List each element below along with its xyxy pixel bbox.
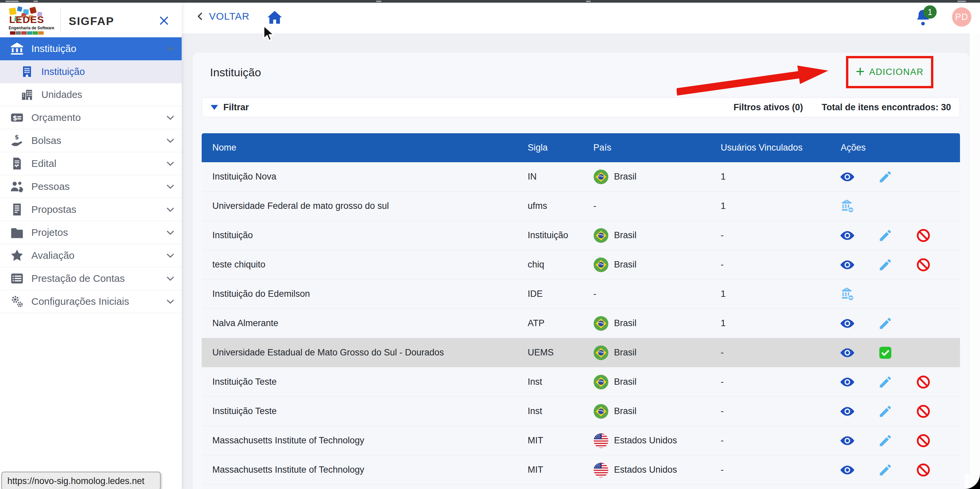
sidebar-item-or-amento[interactable]: $Orçamento [0,106,182,129]
sidebar-item-institui-o[interactable]: Instituição [0,60,182,83]
notifications-button[interactable]: 1 [915,8,931,27]
unlink-institution-action-button[interactable] [840,287,855,302]
cell-acoes [833,463,960,477]
sidebar-item-presta-o-de-contas[interactable]: Prestação de Contas [0,267,182,290]
table-row[interactable]: Instituição do EdemilsonIDE-1 [202,279,960,308]
unlink-institution-action-button[interactable] [840,199,855,214]
cell-pais: - [593,201,717,211]
cell-pais: Brasil [593,169,717,184]
sidebar-item-bolsas[interactable]: $Bolsas [0,129,182,152]
block-icon [916,228,931,243]
view-action-button[interactable] [840,316,855,331]
block-action-button[interactable] [916,375,931,389]
column-header[interactable]: País [593,143,717,153]
table-row[interactable]: Instituição TesteInstBrasil- [202,396,960,426]
sidebar-item-label: Orçamento [31,112,81,123]
sidebar-item-avalia-o[interactable]: Avaliação [0,244,182,267]
sidebar-item-label: Instituição [41,66,85,77]
avatar[interactable]: PD [952,7,971,27]
sidebar-item-label: Unidades [41,89,82,100]
edit-action-button[interactable] [878,404,892,419]
eye-icon [840,433,855,448]
sidebar-item-label: Pessoas [31,181,70,192]
view-action-button[interactable] [840,345,855,360]
sidebar-item-institui-o[interactable]: Instituição [0,37,182,60]
chevron-up-icon [165,43,176,54]
view-action-button[interactable] [840,404,855,419]
window-corner [965,474,980,489]
cell-usuarios-vinculados: - [717,465,833,475]
view-action-button[interactable] [840,463,855,477]
sidebar-item-projetos[interactable]: Projetos [0,221,182,244]
view-action-button[interactable] [840,257,855,272]
block-action-button[interactable] [916,257,931,272]
country-label: Brasil [614,230,637,240]
column-header[interactable]: Nome [202,143,528,153]
table-row[interactable]: teste chiquitochiqBrasil- [202,250,960,279]
view-action-button[interactable] [840,433,855,448]
cell-pais: Estados Unidos [593,462,717,478]
table-row-partial[interactable] [202,484,960,489]
filter-bar[interactable]: Filtrar Filtros ativos (0) Total de iten… [202,97,960,117]
home-button[interactable] [267,10,283,25]
block-action-button[interactable] [916,228,931,243]
topbar: VOLTAR 1 PD [182,3,980,33]
view-action-button[interactable] [840,170,855,184]
table-row[interactable]: Massachusetts Institute of TechnologyMIT… [202,426,960,455]
cell-sigla: MIT [528,435,593,446]
table-row[interactable]: Massachusetts Institute of TechnologyMIT… [202,455,960,484]
sidebar-item-configura-es-iniciais[interactable]: Configurações Iniciais [0,290,182,313]
edit-action-button[interactable] [878,375,892,389]
table-row[interactable]: Universidade Estadual de Mato Grosso do … [202,338,960,367]
edit-action-button[interactable] [878,316,892,331]
table-row[interactable]: Universidade Federal de mato grosso do s… [202,191,960,221]
column-header[interactable]: Sigla [528,143,593,153]
sidebar-item-pessoas[interactable]: Pessoas [0,175,182,198]
table-row[interactable]: Instituição NovaINBrasil1 [202,162,960,191]
cell-usuarios-vinculados: - [717,435,833,446]
mouse-cursor [262,25,277,43]
edit-action-button[interactable] [878,257,892,272]
chevron-down-icon [165,273,176,284]
edit-action-button[interactable] [878,463,892,477]
column-header[interactable]: Ações [833,143,960,153]
close-sidebar-button[interactable] [158,14,171,27]
cell-usuarios-vinculados: - [717,377,833,387]
cell-sigla: MIT [528,465,593,475]
view-action-button[interactable] [840,228,855,243]
sidebar-item-label: Projetos [31,227,68,238]
check-action-button[interactable] [878,345,892,360]
block-action-button[interactable] [916,433,931,448]
block-icon [916,257,931,272]
edit-action-button[interactable] [878,228,892,243]
table-row[interactable]: InstituiçãoInstituiçãoBrasil- [202,221,960,250]
cell-pais: Brasil [593,404,717,419]
country-label: Brasil [614,406,637,416]
back-button[interactable]: VOLTAR [195,11,250,22]
cell-usuarios-vinculados: 1 [717,289,833,299]
sidebar-item-edital[interactable]: Edital [0,152,182,175]
table-row[interactable]: Nalva AlmeranteATPBrasil1 [202,308,960,338]
logo-strip-segment [27,31,32,35]
edit-action-button[interactable] [878,170,892,184]
chevron-down-icon [165,227,176,238]
table-row[interactable]: Instituição TesteInstBrasil- [202,367,960,396]
logo-puzzle-piece [17,6,23,12]
column-header[interactable]: Usuários Vinculados [717,143,833,153]
cell-sigla: UEMS [528,348,593,358]
pencil-icon [878,170,892,184]
edit-action-button[interactable] [878,433,892,448]
view-action-button[interactable] [840,375,855,389]
sidebar-item-propostas[interactable]: Propostas [0,198,182,221]
eye-icon [840,345,855,360]
sidebar-item-label: Avaliação [31,250,75,261]
block-action-button[interactable] [916,404,931,419]
cell-pais: - [593,289,717,299]
add-button[interactable]: + ADICIONAR [848,58,931,86]
status-bar-url: https://novo-sig.homolog.ledes.net [2,472,161,489]
scrollbar-track[interactable] [969,33,980,489]
block-action-button[interactable] [916,463,931,477]
sidebar-item-unidades[interactable]: Unidades [0,83,182,106]
block-icon [916,433,931,448]
cursor-icon [262,25,277,43]
